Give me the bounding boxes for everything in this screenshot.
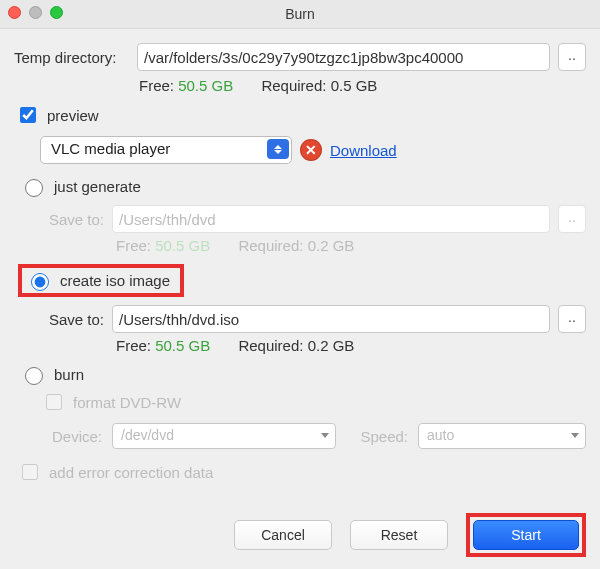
just-generate-info: Free: 50.5 GB Required: 0.2 GB <box>116 237 586 254</box>
device-combo: /dev/dvd <box>112 423 336 449</box>
minimize-icon <box>29 6 42 19</box>
create-iso-save-field[interactable] <box>112 305 550 333</box>
start-button[interactable]: Start <box>473 520 579 550</box>
temp-directory-browse-button[interactable]: .. <box>558 43 586 71</box>
just-generate-save-row: Save to: .. <box>34 205 586 233</box>
window-controls <box>8 6 63 19</box>
preview-row: preview <box>16 104 586 126</box>
device-value: /dev/dvd <box>121 427 174 443</box>
required-label: Required: <box>238 337 303 354</box>
free-label: Free: <box>116 337 151 354</box>
free-value: 50.5 GB <box>155 237 210 254</box>
cancel-button[interactable]: Cancel <box>234 520 332 550</box>
just-generate-save-field <box>112 205 550 233</box>
free-value: 50.5 GB <box>155 337 210 354</box>
reset-button[interactable]: Reset <box>350 520 448 550</box>
close-icon[interactable] <box>8 6 21 19</box>
required-value: 0.2 GB <box>308 337 355 354</box>
burn-radio[interactable] <box>25 367 43 385</box>
zoom-icon[interactable] <box>50 6 63 19</box>
required-label: Required: <box>261 77 326 94</box>
burn-section: burn format DVD-RW Device: /dev/dvd Spee… <box>16 364 586 449</box>
highlight-create-iso: create iso image <box>18 264 184 297</box>
free-label: Free: <box>116 237 151 254</box>
temp-directory-info: Free: 50.5 GB Required: 0.5 GB <box>139 77 586 94</box>
player-select[interactable]: VLC media player <box>40 136 292 164</box>
required-value: 0.2 GB <box>308 237 355 254</box>
window-title: Burn <box>285 6 315 22</box>
device-label: Device: <box>42 428 102 445</box>
just-generate-label: just generate <box>54 178 141 195</box>
burn-label: burn <box>54 366 84 383</box>
format-dvdrw-label: format DVD-RW <box>73 394 181 411</box>
create-iso-info: Free: 50.5 GB Required: 0.2 GB <box>116 337 586 354</box>
highlight-start: Start <box>466 513 586 557</box>
create-iso-browse-button[interactable]: .. <box>558 305 586 333</box>
titlebar: Burn <box>0 0 600 29</box>
required-value: 0.5 GB <box>331 77 378 94</box>
speed-label: Speed: <box>346 428 408 445</box>
free-value: 50.5 GB <box>178 77 233 94</box>
download-link[interactable]: Download <box>330 142 397 159</box>
chevron-updown-icon <box>267 139 289 159</box>
player-row: VLC media player ✕ Download <box>40 136 586 164</box>
create-iso-section: create iso image Save to: .. Free: 50.5 … <box>16 264 586 354</box>
format-dvdrw-checkbox <box>46 394 62 410</box>
save-to-label: Save to: <box>34 211 104 228</box>
ecc-checkbox <box>22 464 38 480</box>
ecc-row: add error correction data <box>18 461 586 483</box>
speed-combo: auto <box>418 423 586 449</box>
ecc-label: add error correction data <box>49 464 213 481</box>
temp-directory-field[interactable] <box>137 43 550 71</box>
speed-value: auto <box>427 427 454 443</box>
player-select-value: VLC media player <box>51 140 170 157</box>
required-label: Required: <box>238 237 303 254</box>
free-label: Free: <box>139 77 174 94</box>
temp-directory-label: Temp directory: <box>14 49 129 66</box>
just-generate-radio[interactable] <box>25 179 43 197</box>
create-iso-radio[interactable] <box>31 273 49 291</box>
save-to-label: Save to: <box>34 311 104 328</box>
preview-checkbox[interactable] <box>20 107 36 123</box>
temp-directory-row: Temp directory: .. <box>14 43 586 71</box>
create-iso-save-row: Save to: .. <box>34 305 586 333</box>
bottom-bar: Cancel Reset Start <box>234 513 586 557</box>
just-generate-section: just generate Save to: .. Free: 50.5 GB … <box>16 176 586 254</box>
just-generate-browse-button: .. <box>558 205 586 233</box>
create-iso-label: create iso image <box>60 272 170 289</box>
error-icon: ✕ <box>300 139 322 161</box>
preview-label: preview <box>47 107 99 124</box>
